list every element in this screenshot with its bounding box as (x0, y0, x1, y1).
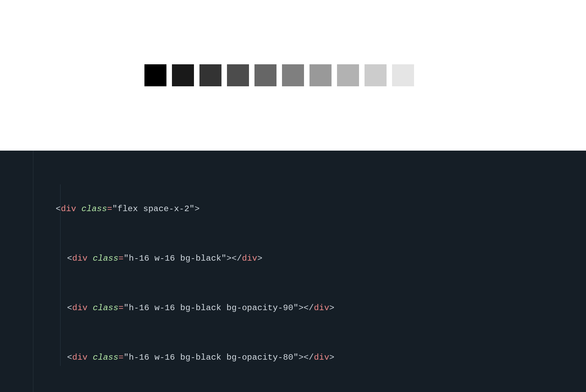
punct-close-lt: </ (232, 254, 242, 263)
punct-close-lt: </ (304, 353, 314, 362)
code-block: <div class="flex space-x-2"> <div class=… (0, 168, 586, 392)
class-string: "h-16 w-16 bg-black" (123, 254, 226, 263)
attr-class: class (82, 204, 107, 214)
code-line: <div class="h-16 w-16 bg-black"></div> (56, 250, 586, 267)
punct-eq: = (119, 353, 124, 362)
class-string: "h-16 w-16 bg-black bg-opacity-80" (123, 353, 298, 362)
swatch-opacity-40 (310, 64, 332, 86)
code-line: <div class="h-16 w-16 bg-black bg-opacit… (56, 349, 586, 366)
punct-eq: = (119, 303, 124, 313)
tag-div: div (242, 254, 257, 263)
punct-lt: < (67, 303, 72, 313)
code-panel: <div class="flex space-x-2"> <div class=… (0, 151, 586, 392)
punct-gt: > (329, 303, 335, 313)
attr-class: class (93, 254, 119, 263)
gutter-divider (33, 151, 33, 392)
indent-guide (60, 184, 61, 366)
swatch-opacity-50 (282, 64, 304, 86)
swatch-opacity-30 (337, 64, 359, 86)
class-string: "h-16 w-16 bg-black bg-opacity-90" (123, 303, 298, 313)
swatch-opacity-20 (365, 64, 387, 86)
tag-div: div (314, 353, 329, 362)
punct-close-lt: </ (304, 303, 314, 313)
punct-lt: < (67, 254, 72, 263)
attr-class: class (93, 353, 119, 362)
punct-lt: < (67, 353, 72, 362)
code-line-open: <div class="flex space-x-2"> (56, 201, 586, 217)
attr-class: class (93, 303, 119, 313)
tag-div: div (72, 303, 88, 313)
swatch-opacity-60 (254, 64, 276, 86)
punct-gt: > (227, 254, 232, 263)
tag-div: div (72, 254, 88, 263)
swatch-opacity-90 (172, 64, 194, 86)
punct-eq: = (107, 204, 112, 214)
tag-div: div (72, 353, 88, 362)
tag-div: div (61, 204, 76, 214)
opacity-swatch-row (144, 64, 442, 86)
punct-gt: > (299, 353, 304, 362)
punct-gt: > (195, 204, 200, 214)
preview-panel (0, 0, 586, 151)
code-line: <div class="h-16 w-16 bg-black bg-opacit… (56, 300, 586, 316)
punct-eq: = (119, 254, 124, 263)
tag-div: div (314, 303, 329, 313)
swatch-opacity-10 (392, 64, 414, 86)
punct-gt: > (257, 254, 262, 263)
punct-gt: > (329, 353, 335, 362)
swatch-opacity-100 (144, 64, 166, 86)
class-string: "flex space-x-2" (112, 204, 194, 214)
swatch-opacity-70 (227, 64, 249, 86)
swatch-opacity-80 (199, 64, 221, 86)
punct-gt: > (299, 303, 304, 313)
